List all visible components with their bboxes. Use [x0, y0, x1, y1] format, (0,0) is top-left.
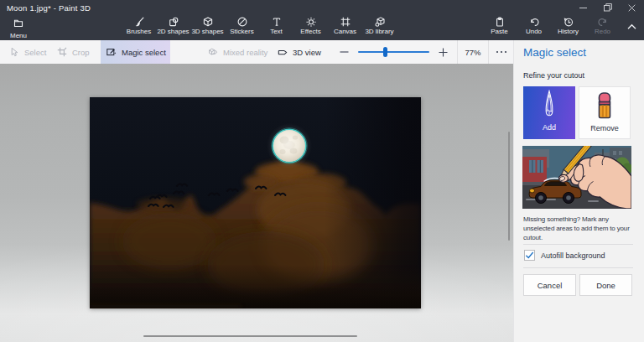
- undo-icon: [529, 16, 539, 27]
- minimize-button[interactable]: [571, 0, 595, 15]
- refine-hint-text: Missing something? Mark any unselected a…: [523, 215, 632, 242]
- pen-nib-icon: [539, 86, 559, 123]
- 3d-view-icon: [278, 48, 288, 57]
- window-controls: [571, 0, 644, 15]
- ribbon-magic-select-button[interactable]: Magic select: [101, 40, 170, 64]
- close-button[interactable]: [620, 0, 644, 15]
- toolbar-undo-button[interactable]: Undo: [517, 16, 551, 39]
- work-area: [0, 64, 513, 342]
- autofill-background-checkbox[interactable]: [524, 250, 535, 261]
- panel-divider-bottom: [523, 267, 633, 268]
- eraser-icon: [595, 87, 615, 124]
- magic-select-icon: [106, 47, 117, 57]
- toolbar-history-button[interactable]: History: [551, 16, 585, 39]
- brush-icon: [134, 16, 144, 27]
- redo-icon: [598, 16, 608, 27]
- ribbon-mixed-reality-button[interactable]: Mixed reality: [208, 40, 268, 64]
- toolbar-actions: Paste Undo History Redo: [482, 16, 620, 39]
- toolbar-tools: Brushes 2D shapes 3D shapes Stickers Tex…: [122, 16, 397, 39]
- moon-photo: [90, 97, 421, 308]
- menu-icon: [13, 16, 23, 31]
- remove-button[interactable]: Remove: [579, 86, 631, 139]
- autofill-background-row: Autofill background: [524, 250, 605, 261]
- toolbar-canvas-button[interactable]: Canvas: [328, 16, 362, 39]
- done-button[interactable]: Done: [579, 274, 632, 296]
- toolbar-3d-shapes-button[interactable]: 3D shapes: [190, 16, 225, 39]
- paste-icon: [495, 16, 505, 27]
- zoom-in-button[interactable]: [434, 40, 451, 64]
- zoom-slider-track[interactable]: [358, 51, 429, 53]
- sticker-icon: [237, 16, 247, 27]
- panel-title: Magic select: [523, 46, 586, 59]
- refine-illustration: [522, 146, 631, 209]
- paint3d-window: Moon 1.jpg* - Paint 3D Menu Brushes 2D s…: [0, 0, 644, 342]
- add-button[interactable]: Add: [523, 86, 575, 139]
- toolbar-brushes-button[interactable]: Brushes: [122, 16, 156, 39]
- top-bar: Moon 1.jpg* - Paint 3D Menu Brushes 2D s…: [0, 0, 644, 40]
- magic-select-panel: Magic select Refine your cutout Add Remo…: [513, 40, 644, 342]
- plus-icon: [439, 48, 448, 57]
- window-title: Moon 1.jpg* - Paint 3D: [7, 3, 91, 13]
- menu-button[interactable]: Menu: [2, 16, 35, 39]
- ribbon-select-button[interactable]: Select: [5, 40, 52, 64]
- shapes-2d-icon: [169, 16, 179, 27]
- checkmark-icon: [525, 251, 534, 260]
- zoom-slider-thumb[interactable]: [383, 47, 387, 57]
- cancel-button[interactable]: Cancel: [523, 274, 576, 296]
- text-icon: [272, 16, 282, 27]
- horizontal-scrollbar[interactable]: [143, 335, 357, 337]
- toolbar-3d-library-button[interactable]: 3D library: [362, 16, 397, 39]
- minus-icon: [340, 51, 349, 53]
- zoom-out-button[interactable]: [335, 40, 352, 64]
- history-icon: [564, 16, 574, 27]
- chevron-up-icon: [626, 20, 637, 35]
- shapes-3d-icon: [203, 16, 213, 27]
- toolbar-paste-button[interactable]: Paste: [482, 16, 517, 39]
- toolbar-effects-button[interactable]: Effects: [293, 16, 328, 39]
- toolbar-text-button[interactable]: Text: [259, 16, 293, 39]
- menu-label: Menu: [10, 32, 27, 39]
- panel-divider-top: [523, 244, 633, 245]
- collapse-ribbon-button[interactable]: [621, 18, 641, 37]
- vertical-scrollbar[interactable]: [508, 132, 510, 241]
- ribbon: Select Crop Magic select Mixed reality 3…: [0, 40, 513, 64]
- maximize-button[interactable]: [595, 0, 620, 15]
- toolbar-stickers-button[interactable]: Stickers: [225, 16, 259, 39]
- autofill-background-label: Autofill background: [541, 251, 605, 260]
- library-icon: [375, 16, 385, 27]
- select-cursor-icon: [9, 47, 19, 57]
- crop-icon: [57, 47, 67, 57]
- effects-icon: [306, 16, 316, 27]
- zoom-percentage[interactable]: 77%: [457, 40, 489, 64]
- toolbar-redo-button[interactable]: Redo: [585, 16, 620, 39]
- mixed-reality-icon: [208, 47, 218, 57]
- ribbon-3d-view-button[interactable]: 3D view: [278, 40, 325, 64]
- ellipsis-icon: [496, 50, 507, 54]
- photo-canvas[interactable]: [90, 97, 421, 308]
- canvas-icon: [340, 16, 351, 27]
- ribbon-crop-button[interactable]: Crop: [57, 40, 99, 64]
- zoom-slider[interactable]: [358, 40, 429, 64]
- title-bar: Moon 1.jpg* - Paint 3D: [0, 0, 644, 15]
- panel-subtitle: Refine your cutout: [523, 71, 584, 80]
- toolbar-2d-shapes-button[interactable]: 2D shapes: [156, 16, 190, 39]
- more-options-button[interactable]: [491, 40, 512, 64]
